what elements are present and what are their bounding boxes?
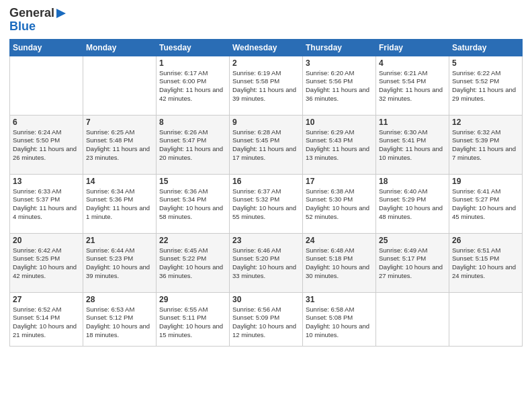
day-info: Sunrise: 6:32 AMSunset: 5:39 PMDaylight:… — [452, 128, 519, 163]
calendar-header-monday: Monday — [83, 39, 157, 56]
day-info: Sunrise: 6:25 AMSunset: 5:48 PMDaylight:… — [86, 128, 153, 163]
day-number: 12 — [452, 118, 519, 127]
calendar-cell: 3Sunrise: 6:20 AMSunset: 5:56 PMDaylight… — [303, 56, 376, 115]
calendar-header-sunday: Sunday — [10, 39, 83, 56]
day-number: 31 — [306, 295, 373, 304]
day-info: Sunrise: 6:45 AMSunset: 5:22 PMDaylight:… — [159, 246, 226, 281]
calendar-cell: 14Sunrise: 6:34 AMSunset: 5:36 PMDayligh… — [83, 174, 157, 233]
calendar-cell: 15Sunrise: 6:36 AMSunset: 5:34 PMDayligh… — [157, 174, 230, 233]
day-info: Sunrise: 6:37 AMSunset: 5:32 PMDaylight:… — [232, 187, 300, 222]
day-number: 5 — [452, 58, 519, 68]
calendar-cell — [376, 292, 449, 346]
day-info: Sunrise: 6:52 AMSunset: 5:14 PMDaylight:… — [13, 306, 80, 340]
calendar-cell: 11Sunrise: 6:30 AMSunset: 5:41 PMDayligh… — [376, 115, 449, 174]
day-number: 21 — [86, 236, 153, 245]
calendar-cell — [83, 56, 157, 115]
day-info: Sunrise: 6:24 AMSunset: 5:50 PMDaylight:… — [13, 128, 80, 163]
day-number: 7 — [86, 118, 153, 127]
day-number: 2 — [232, 58, 300, 68]
day-number: 6 — [13, 118, 80, 127]
day-info: Sunrise: 6:28 AMSunset: 5:45 PMDaylight:… — [232, 128, 300, 163]
day-info: Sunrise: 6:19 AMSunset: 5:58 PMDaylight:… — [232, 69, 300, 103]
day-info: Sunrise: 6:53 AMSunset: 5:12 PMDaylight:… — [86, 306, 153, 340]
day-info: Sunrise: 6:38 AMSunset: 5:30 PMDaylight:… — [306, 187, 373, 222]
day-info: Sunrise: 6:42 AMSunset: 5:25 PMDaylight:… — [13, 246, 80, 281]
day-info: Sunrise: 6:30 AMSunset: 5:41 PMDaylight:… — [379, 128, 446, 163]
calendar-week-row: 1Sunrise: 6:17 AMSunset: 6:00 PMDaylight… — [10, 56, 523, 115]
calendar-cell — [10, 56, 83, 115]
calendar-cell: 27Sunrise: 6:52 AMSunset: 5:14 PMDayligh… — [10, 292, 83, 346]
calendar-header-row: SundayMondayTuesdayWednesdayThursdayFrid… — [10, 39, 523, 56]
day-info: Sunrise: 6:51 AMSunset: 5:15 PMDaylight:… — [452, 246, 519, 281]
calendar-header-friday: Friday — [376, 39, 449, 56]
day-info: Sunrise: 6:17 AMSunset: 6:00 PMDaylight:… — [159, 69, 226, 103]
calendar-cell: 29Sunrise: 6:55 AMSunset: 5:11 PMDayligh… — [157, 292, 230, 346]
day-number: 3 — [306, 58, 373, 68]
day-info: Sunrise: 6:49 AMSunset: 5:17 PMDaylight:… — [379, 246, 446, 281]
calendar-week-row: 6Sunrise: 6:24 AMSunset: 5:50 PMDaylight… — [10, 115, 523, 174]
calendar-cell: 24Sunrise: 6:48 AMSunset: 5:18 PMDayligh… — [303, 233, 376, 292]
calendar-header-saturday: Saturday — [449, 39, 523, 56]
calendar-cell: 10Sunrise: 6:29 AMSunset: 5:43 PMDayligh… — [303, 115, 376, 174]
calendar-cell: 12Sunrise: 6:32 AMSunset: 5:39 PMDayligh… — [449, 115, 523, 174]
calendar-cell: 20Sunrise: 6:42 AMSunset: 5:25 PMDayligh… — [10, 233, 83, 292]
calendar-week-row: 27Sunrise: 6:52 AMSunset: 5:14 PMDayligh… — [10, 292, 523, 346]
day-number: 28 — [86, 295, 153, 304]
calendar-cell: 23Sunrise: 6:46 AMSunset: 5:20 PMDayligh… — [230, 233, 303, 292]
day-number: 11 — [379, 118, 446, 127]
day-number: 23 — [232, 236, 300, 245]
logo-arrow-icon — [55, 7, 67, 19]
day-info: Sunrise: 6:41 AMSunset: 5:27 PMDaylight:… — [452, 187, 519, 222]
day-number: 19 — [452, 177, 519, 186]
day-number: 29 — [159, 295, 226, 304]
day-number: 27 — [13, 295, 80, 304]
calendar-cell — [449, 292, 523, 346]
svg-marker-0 — [56, 9, 66, 18]
calendar-cell: 28Sunrise: 6:53 AMSunset: 5:12 PMDayligh… — [83, 292, 157, 346]
day-number: 17 — [306, 177, 373, 186]
day-info: Sunrise: 6:20 AMSunset: 5:56 PMDaylight:… — [306, 69, 373, 103]
calendar-cell: 21Sunrise: 6:44 AMSunset: 5:23 PMDayligh… — [83, 233, 157, 292]
day-info: Sunrise: 6:40 AMSunset: 5:29 PMDaylight:… — [379, 187, 446, 222]
day-info: Sunrise: 6:22 AMSunset: 5:52 PMDaylight:… — [452, 69, 519, 103]
calendar-cell: 17Sunrise: 6:38 AMSunset: 5:30 PMDayligh… — [303, 174, 376, 233]
calendar-cell: 2Sunrise: 6:19 AMSunset: 5:58 PMDaylight… — [230, 56, 303, 115]
day-info: Sunrise: 6:21 AMSunset: 5:54 PMDaylight:… — [379, 69, 446, 103]
day-info: Sunrise: 6:34 AMSunset: 5:36 PMDaylight:… — [86, 187, 153, 222]
day-info: Sunrise: 6:55 AMSunset: 5:11 PMDaylight:… — [159, 306, 226, 340]
calendar-cell: 18Sunrise: 6:40 AMSunset: 5:29 PMDayligh… — [376, 174, 449, 233]
day-number: 18 — [379, 177, 446, 186]
day-info: Sunrise: 6:56 AMSunset: 5:09 PMDaylight:… — [232, 306, 300, 340]
calendar-week-row: 20Sunrise: 6:42 AMSunset: 5:25 PMDayligh… — [10, 233, 523, 292]
day-info: Sunrise: 6:26 AMSunset: 5:47 PMDaylight:… — [159, 128, 226, 163]
day-number: 24 — [306, 236, 373, 245]
calendar-header-wednesday: Wednesday — [230, 39, 303, 56]
day-number: 1 — [159, 58, 226, 68]
logo-blue-text: Blue — [9, 20, 67, 34]
calendar-cell: 26Sunrise: 6:51 AMSunset: 5:15 PMDayligh… — [449, 233, 523, 292]
header: General Blue — [9, 7, 523, 34]
calendar-week-row: 13Sunrise: 6:33 AMSunset: 5:37 PMDayligh… — [10, 174, 523, 233]
calendar-header-tuesday: Tuesday — [157, 39, 230, 56]
day-info: Sunrise: 6:29 AMSunset: 5:43 PMDaylight:… — [306, 128, 373, 163]
day-number: 16 — [232, 177, 300, 186]
calendar-cell: 7Sunrise: 6:25 AMSunset: 5:48 PMDaylight… — [83, 115, 157, 174]
calendar-page: General Blue SundayMondayTuesdayWednesda… — [0, 0, 532, 411]
calendar-header-thursday: Thursday — [303, 39, 376, 56]
day-number: 4 — [379, 58, 446, 68]
calendar-cell: 30Sunrise: 6:56 AMSunset: 5:09 PMDayligh… — [230, 292, 303, 346]
calendar-cell: 6Sunrise: 6:24 AMSunset: 5:50 PMDaylight… — [10, 115, 83, 174]
day-number: 25 — [379, 236, 446, 245]
day-number: 14 — [86, 177, 153, 186]
day-number: 26 — [452, 236, 519, 245]
calendar-cell: 1Sunrise: 6:17 AMSunset: 6:00 PMDaylight… — [157, 56, 230, 115]
calendar-cell: 31Sunrise: 6:58 AMSunset: 5:08 PMDayligh… — [303, 292, 376, 346]
calendar-table: SundayMondayTuesdayWednesdayThursdayFrid… — [9, 39, 523, 347]
calendar-cell: 13Sunrise: 6:33 AMSunset: 5:37 PMDayligh… — [10, 174, 83, 233]
day-number: 15 — [159, 177, 226, 186]
calendar-cell: 22Sunrise: 6:45 AMSunset: 5:22 PMDayligh… — [157, 233, 230, 292]
day-info: Sunrise: 6:44 AMSunset: 5:23 PMDaylight:… — [86, 246, 153, 281]
day-info: Sunrise: 6:58 AMSunset: 5:08 PMDaylight:… — [306, 306, 373, 340]
day-number: 13 — [13, 177, 80, 186]
calendar-cell: 9Sunrise: 6:28 AMSunset: 5:45 PMDaylight… — [230, 115, 303, 174]
